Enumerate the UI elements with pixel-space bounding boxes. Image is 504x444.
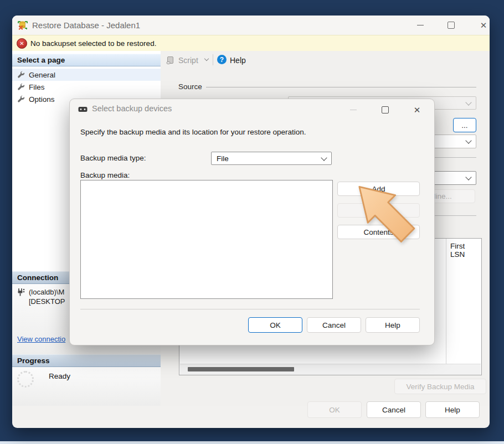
script-button[interactable]: Script xyxy=(178,56,198,65)
backup-device-icon xyxy=(78,106,88,112)
sidebar-item-files[interactable]: Files xyxy=(12,81,161,93)
dialog-help-button[interactable]: Help xyxy=(366,317,420,333)
taskbar-edge xyxy=(0,441,504,444)
chevron-down-icon xyxy=(465,99,471,105)
progress-spinner-icon xyxy=(17,371,34,388)
chevron-down-icon xyxy=(465,174,471,180)
media-type-combo[interactable]: File xyxy=(211,152,332,165)
ok-button[interactable]: OK xyxy=(307,401,362,418)
dialog-maximize-button[interactable] xyxy=(374,100,396,120)
browse-device-button[interactable]: ... xyxy=(453,118,476,132)
help-button-footer[interactable]: Help xyxy=(425,401,480,418)
dialog-separator xyxy=(80,309,420,309)
chevron-down-icon xyxy=(321,154,327,161)
window-title: Restore Database - Jedalen1 xyxy=(32,20,140,30)
grid-column-divider xyxy=(446,239,446,375)
dialog-title: Select backup devices xyxy=(92,104,172,113)
script-icon xyxy=(166,56,175,65)
close-button[interactable]: ✕ xyxy=(472,16,495,35)
chevron-down-icon xyxy=(465,137,471,143)
select-a-page-header: Select a page xyxy=(12,54,161,66)
server-name-line1: (localdb)\M xyxy=(29,287,64,297)
backup-media-list[interactable] xyxy=(80,180,333,299)
source-group-label: Source xyxy=(178,82,202,91)
pointer-arrow-annotation xyxy=(353,182,418,247)
error-icon: ✕ xyxy=(17,38,27,49)
verify-backup-media-button[interactable]: Verify Backup Media xyxy=(394,379,486,394)
wrench-icon xyxy=(17,95,25,103)
toolbar-divider xyxy=(213,54,213,65)
help-icon: ? xyxy=(217,55,227,64)
server-name-line2: [DESKTOP xyxy=(29,297,65,306)
progress-header: Progress xyxy=(12,354,161,367)
grid-horizontal-scrollbar[interactable] xyxy=(180,364,481,375)
source-group-line xyxy=(206,87,476,87)
script-dropdown-chevron-icon[interactable] xyxy=(204,56,209,61)
warning-banner: ✕ No backupset selected to be restored. xyxy=(12,35,490,52)
dialog-minimize-button xyxy=(342,100,364,120)
minimize-button[interactable] xyxy=(409,16,431,35)
dialog-ok-button[interactable]: OK xyxy=(248,317,302,333)
window-titlebar[interactable]: Restore Database - Jedalen1 ✕ xyxy=(12,16,490,35)
help-button[interactable]: Help xyxy=(230,56,246,65)
view-connection-link[interactable]: View connectio xyxy=(17,335,65,343)
restore-database-icon xyxy=(18,20,28,30)
wrench-icon xyxy=(17,83,25,91)
wrench-icon xyxy=(17,71,25,79)
progress-section: Ready xyxy=(12,367,161,406)
backup-media-label: Backup media: xyxy=(80,171,130,179)
media-type-label: Backup media type: xyxy=(80,154,146,162)
dialog-description: Specify the backup media and its locatio… xyxy=(80,128,306,136)
scrollbar-thumb[interactable] xyxy=(188,367,294,371)
dialog-close-button[interactable]: ✕ xyxy=(406,100,428,120)
dialog-cancel-button[interactable]: Cancel xyxy=(307,317,361,333)
progress-status: Ready xyxy=(49,372,70,380)
grid-header-first-lsn: First LSN xyxy=(450,242,481,259)
maximize-button[interactable] xyxy=(440,16,462,35)
server-connection-icon xyxy=(17,288,25,298)
sidebar-item-general[interactable]: General xyxy=(12,69,161,81)
cancel-button[interactable]: Cancel xyxy=(367,401,421,418)
banner-text: No backupset selected to be restored. xyxy=(30,39,156,48)
